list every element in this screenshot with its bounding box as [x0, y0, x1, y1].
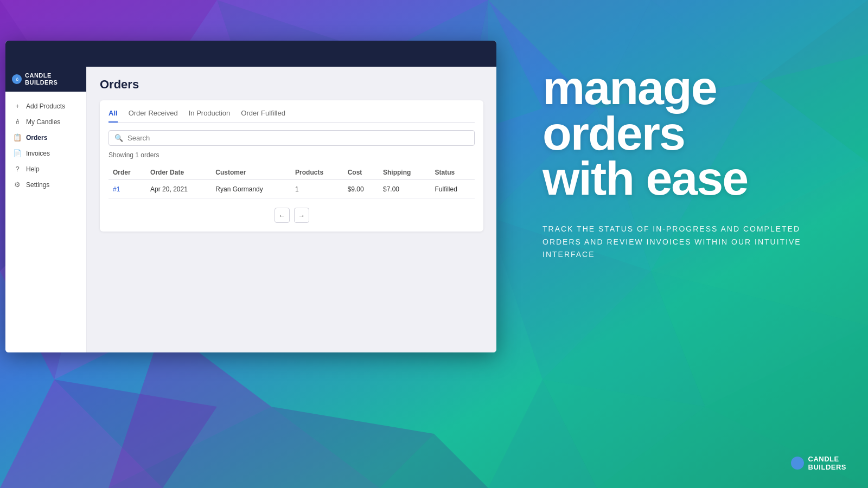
marketing-headline: manage orders with ease: [542, 65, 835, 201]
search-bar[interactable]: 🔍: [108, 130, 475, 146]
cell-products: 1: [291, 180, 343, 199]
cell-cost: $9.00: [343, 180, 379, 199]
cell-order-date: Apr 20, 2021: [146, 180, 211, 199]
search-icon: 🔍: [114, 134, 123, 142]
sidebar-item-label: My Candles: [26, 118, 60, 126]
settings-icon: ⚙: [13, 181, 22, 189]
bottom-logo-text: CANDLE BUILDERS: [808, 455, 846, 472]
showing-orders-text: Showing 1 orders: [108, 151, 475, 159]
tabs-bar: All Order Received In Production Order F…: [108, 109, 475, 123]
prev-page-button[interactable]: ←: [275, 208, 290, 223]
orders-table: Order Order Date Customer Products Cost …: [108, 165, 475, 199]
sidebar-item-my-candles[interactable]: 🕯 My Candles: [5, 114, 86, 130]
col-status: Status: [431, 165, 475, 180]
headline-line2: orders: [542, 111, 835, 156]
order-link[interactable]: #1: [113, 185, 120, 193]
tab-in-production[interactable]: In Production: [189, 109, 231, 123]
main-content: Orders All Order Received In Production …: [87, 67, 496, 352]
table-header-row: Order Order Date Customer Products Cost …: [108, 165, 475, 180]
marketing-subtext: TRACK THE STATUS OF IN-PROGRESS AND COMP…: [542, 223, 803, 261]
col-customer: Customer: [211, 165, 291, 180]
col-order-date: Order Date: [146, 165, 211, 180]
next-page-button[interactable]: →: [294, 208, 309, 223]
orders-panel: All Order Received In Production Order F…: [100, 100, 483, 232]
sidebar-item-invoices[interactable]: 📄 Invoices: [5, 145, 86, 161]
col-cost: Cost: [343, 165, 379, 180]
headline-line3: with ease: [542, 156, 835, 201]
sidebar-item-settings[interactable]: ⚙ Settings: [5, 177, 86, 192]
search-input[interactable]: [127, 134, 469, 142]
app-header-bar: [5, 41, 496, 67]
candle-icon: 🕯: [12, 74, 22, 84]
cell-customer: Ryan Gormandy: [211, 180, 291, 199]
candle-nav-icon: 🕯: [13, 118, 22, 126]
marketing-panel: manage orders with ease TRACK THE STATUS…: [499, 0, 868, 488]
sidebar-item-label: Help: [26, 165, 40, 173]
sidebar-logo: 🕯 CANDLE BUILDERS: [5, 67, 86, 92]
cell-status: Fulfilled: [431, 180, 475, 199]
bottom-logo-icon: [791, 457, 804, 470]
pagination: ← →: [108, 208, 475, 223]
orders-icon: 📋: [13, 133, 22, 142]
tab-order-received[interactable]: Order Received: [129, 109, 178, 123]
sidebar-item-add-products[interactable]: + Add Products: [5, 98, 86, 114]
col-products: Products: [291, 165, 343, 180]
sidebar-item-help[interactable]: ? Help: [5, 161, 86, 177]
sidebar-item-label: Orders: [26, 134, 47, 142]
sidebar: 🕯 CANDLE BUILDERS + Add Products 🕯 My Ca…: [5, 67, 87, 352]
cell-shipping: $7.00: [379, 180, 431, 199]
table-row: #1 Apr 20, 2021 Ryan Gormandy 1 $9.00 $7…: [108, 180, 475, 199]
add-products-icon: +: [13, 102, 22, 110]
cell-order[interactable]: #1: [108, 180, 146, 199]
sidebar-item-label: Settings: [26, 181, 49, 189]
col-shipping: Shipping: [379, 165, 431, 180]
sidebar-brand: CANDLE BUILDERS: [25, 72, 58, 86]
sidebar-nav: + Add Products 🕯 My Candles 📋 Orders 📄 I…: [5, 92, 86, 199]
headline-line1: manage: [542, 65, 835, 111]
sidebar-item-label: Invoices: [26, 150, 50, 157]
sidebar-item-orders[interactable]: 📋 Orders: [5, 130, 86, 145]
help-icon: ?: [13, 165, 22, 173]
bottom-logo: CANDLE BUILDERS: [791, 455, 846, 472]
app-window: 🕯 CANDLE BUILDERS + Add Products 🕯 My Ca…: [5, 41, 496, 352]
page-title: Orders: [100, 78, 483, 92]
invoices-icon: 📄: [13, 149, 22, 157]
sidebar-item-label: Add Products: [26, 102, 65, 110]
tab-all[interactable]: All: [108, 109, 118, 123]
tab-order-fulfilled[interactable]: Order Fulfilled: [241, 109, 285, 123]
col-order: Order: [108, 165, 146, 180]
app-body: 🕯 CANDLE BUILDERS + Add Products 🕯 My Ca…: [5, 67, 496, 352]
